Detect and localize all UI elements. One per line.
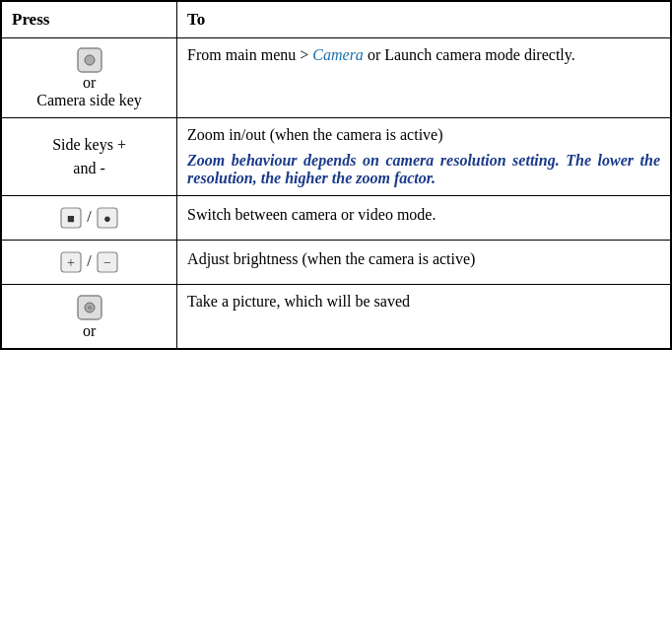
header-press: Press (1, 1, 177, 38)
to-cell-camera-launch: From main menu > Camera or Launch camera… (177, 38, 671, 118)
switch-text: Switch between camera or video mode. (187, 206, 436, 223)
table-row: Side keys +and - Zoom in/out (when the c… (1, 118, 671, 196)
svg-text:−: − (103, 255, 111, 270)
zoom-note: Zoom behaviour depends on camera resolut… (187, 152, 660, 187)
to-cell-zoom: Zoom in/out (when the camera is active) … (177, 118, 671, 196)
switch-icon-1: ■ (59, 208, 87, 225)
press-cell-camera-launch: or Camera side key (1, 38, 177, 118)
brightness-icon-1: + (59, 252, 87, 269)
to-cell-brightness: Adjust brightness (when the camera is ac… (177, 241, 671, 285)
svg-point-1 (85, 55, 95, 65)
slash-label-1: / (87, 208, 95, 225)
camera-side-key-label: Camera side key (36, 92, 142, 108)
svg-point-12 (88, 306, 92, 310)
table-row: + / − Adjust brightness (when the camera… (1, 241, 671, 285)
slash-label-2: / (87, 252, 95, 269)
camera-link: Camera (312, 46, 364, 63)
press-cell-switch: ■ / ● (1, 196, 177, 241)
table-row: or Camera side key From main menu > Came… (1, 38, 671, 118)
to-text-camera-launch: From main menu > Camera or Launch camera… (187, 46, 575, 63)
svg-text:●: ● (103, 211, 111, 226)
side-keys-label: Side keys +and - (52, 136, 126, 176)
zoom-text: Zoom in/out (when the camera is active) (187, 126, 442, 143)
press-cell-brightness: + / − (1, 241, 177, 285)
svg-text:■: ■ (67, 211, 75, 226)
table-row: ■ / ● Switch between camera or video mod… (1, 196, 671, 241)
brightness-text: Adjust brightness (when the camera is ac… (187, 250, 475, 267)
press-cell-zoom: Side keys +and - (1, 118, 177, 196)
to-cell-switch: Switch between camera or video mode. (177, 196, 671, 241)
header-to: To (177, 1, 671, 38)
picture-text: Take a picture, which will be saved (187, 293, 410, 310)
icon-camera-button (76, 50, 103, 67)
or-label-2: or (83, 322, 96, 339)
brightness-icon-2: − (96, 252, 119, 269)
svg-text:+: + (67, 255, 75, 270)
table-row: or Take a picture, which will be saved (1, 285, 671, 350)
press-cell-picture: or (1, 285, 177, 350)
switch-icon-2: ● (96, 208, 119, 225)
picture-icon-1 (75, 298, 104, 314)
to-cell-picture: Take a picture, which will be saved (177, 285, 671, 350)
or-label-1: or (83, 74, 96, 91)
